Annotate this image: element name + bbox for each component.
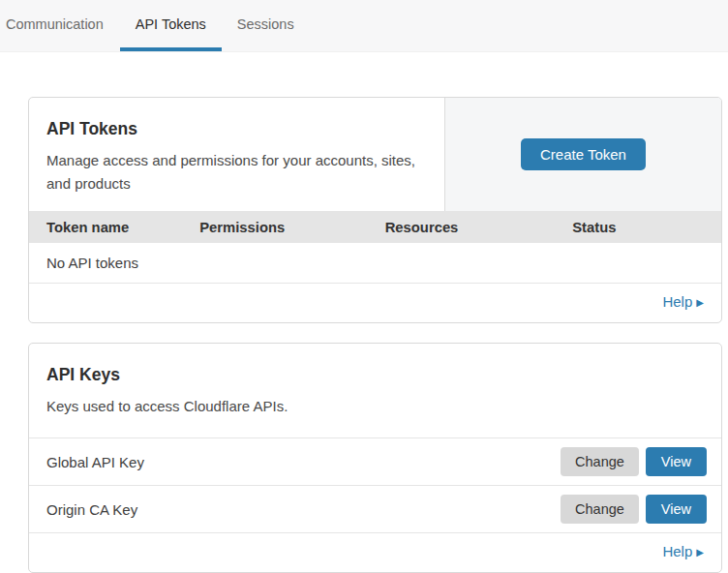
token-table-header-resources: Resources: [385, 220, 573, 235]
token-table-header-row: Token name Permissions Resources Status: [29, 211, 721, 243]
api-keys-help-link[interactable]: Help▶: [662, 543, 704, 559]
token-table-empty-message: No API tokens: [29, 243, 721, 284]
help-link-label: Help: [662, 543, 692, 559]
api-keys-card-header: API Keys Keys used to access Cloudflare …: [29, 344, 721, 438]
tab-sessions[interactable]: Sessions: [222, 0, 310, 51]
api-tokens-action-panel: Create Token: [445, 98, 721, 211]
api-tokens-help-link[interactable]: Help▶: [662, 293, 704, 310]
global-api-key-change-button[interactable]: Change: [561, 447, 639, 476]
token-table-header-status: Status: [572, 220, 704, 235]
api-tokens-title: API Tokens: [46, 119, 427, 139]
api-tokens-description: Manage access and permissions for your a…: [46, 149, 427, 196]
api-tokens-card: API Tokens Manage access and permissions…: [28, 97, 722, 323]
origin-ca-key-view-button[interactable]: View: [646, 495, 707, 524]
api-keys-title: API Keys: [46, 365, 704, 385]
api-tokens-help-row: Help▶: [29, 284, 721, 322]
global-api-key-view-button[interactable]: View: [646, 447, 707, 476]
api-key-name: Global API Key: [46, 454, 561, 470]
api-key-row-global: Global API Key Change View: [29, 438, 721, 486]
tab-api-tokens[interactable]: API Tokens: [120, 0, 222, 51]
origin-ca-key-change-button[interactable]: Change: [561, 495, 639, 524]
help-arrow-icon: ▶: [696, 297, 704, 308]
api-tokens-header-text: API Tokens Manage access and permissions…: [29, 98, 445, 211]
api-keys-description: Keys used to access Cloudflare APIs.: [46, 395, 704, 418]
token-table-header-token-name: Token name: [46, 220, 199, 235]
tab-bar: Communication API Tokens Sessions: [0, 0, 728, 52]
api-tokens-card-header: API Tokens Manage access and permissions…: [29, 98, 721, 211]
tab-communication[interactable]: Communication: [6, 0, 119, 51]
create-token-button[interactable]: Create Token: [521, 138, 646, 170]
api-key-name: Origin CA Key: [46, 501, 561, 518]
api-keys-help-row: Help▶: [29, 533, 721, 572]
api-key-row-origin-ca: Origin CA Key Change View: [29, 486, 721, 533]
help-link-label: Help: [662, 293, 692, 310]
token-table-header-permissions: Permissions: [199, 220, 384, 235]
help-arrow-icon: ▶: [696, 547, 704, 558]
api-keys-card: API Keys Keys used to access Cloudflare …: [28, 343, 722, 573]
